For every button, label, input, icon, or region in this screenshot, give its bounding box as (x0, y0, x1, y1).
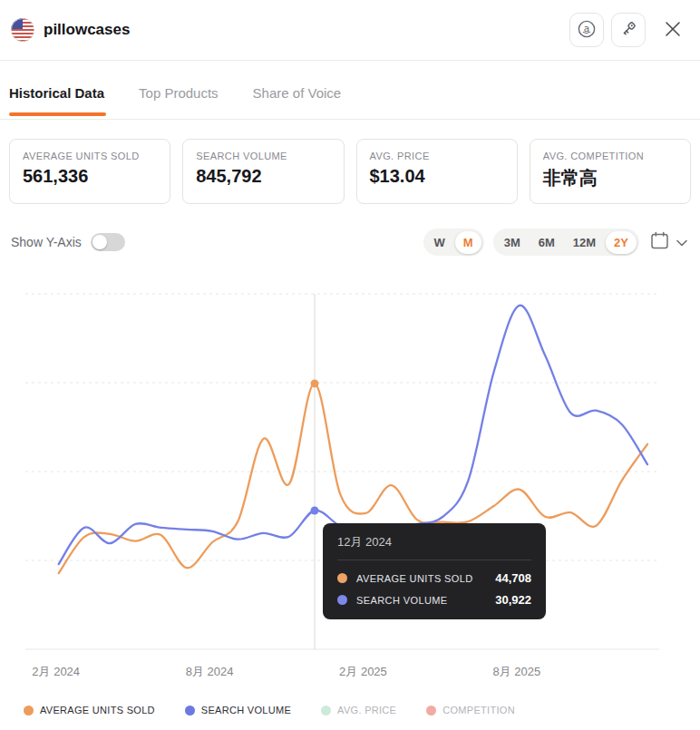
stat-value: 561,336 (23, 166, 157, 187)
close-button[interactable] (660, 17, 685, 43)
legend-average-units-sold[interactable]: AVERAGE UNITS SOLD (24, 705, 155, 715)
us-flag-icon (11, 18, 34, 42)
tooltip-row-search-volume: SEARCH VOLUME 30,922 (337, 593, 531, 607)
active-tab-underline (9, 112, 106, 116)
range-group-span: 3M 6M 12M 2Y (493, 229, 639, 256)
close-icon (663, 19, 683, 42)
tooltip-month: 12月 2024 (337, 534, 531, 550)
range-group-week-month: W M (423, 229, 484, 256)
legend-dot-orange (24, 706, 34, 715)
legend-dot-blue (185, 706, 195, 715)
tab-bar: Historical Data Top Products Share of Vo… (0, 80, 700, 120)
show-y-axis-label: Show Y-Axis (11, 235, 82, 249)
chevron-down-icon (676, 234, 687, 250)
tooltip-divider (337, 560, 531, 560)
legend-avg-price[interactable]: AVG. PRICE (321, 705, 396, 715)
modal-header: pillowcases a (0, 0, 700, 61)
stat-value: 845,792 (196, 166, 330, 187)
stat-value: $13.04 (370, 166, 504, 187)
chart-tooltip: 12月 2024 AVERAGE UNITS SOLD 44,708 SEARC… (323, 523, 546, 619)
tooltip-row-average-units-sold: AVERAGE UNITS SOLD 44,708 (337, 571, 531, 585)
tab-historical-data[interactable]: Historical Data (9, 85, 104, 115)
tab-share-of-voice[interactable]: Share of Voice (253, 85, 342, 115)
range-3m-button[interactable]: 3M (496, 233, 529, 252)
show-y-axis-toggle[interactable] (91, 233, 125, 251)
amazon-search-button[interactable]: a (569, 13, 604, 47)
range-w-button[interactable]: W (426, 233, 453, 252)
stat-card-search-volume: SEARCH VOLUME 845,792 (182, 139, 344, 204)
legend-dot-mint (321, 706, 331, 715)
orange-series-dot (337, 573, 347, 583)
range-12m-button[interactable]: 12M (565, 233, 604, 252)
stat-label: SEARCH VOLUME (196, 151, 330, 161)
stat-card-average-units-sold: AVERAGE UNITS SOLD 561,336 (9, 139, 170, 204)
stat-cards: AVERAGE UNITS SOLD 561,336 SEARCH VOLUME… (0, 139, 700, 204)
svg-text:2月 2025: 2月 2025 (339, 665, 387, 678)
svg-text:8月 2024: 8月 2024 (186, 665, 234, 678)
stat-value: 非常高 (543, 166, 677, 190)
toggle-knob (92, 235, 107, 249)
keyword-tool-button[interactable] (611, 13, 646, 47)
historical-data-chart[interactable]: 2月 20248月 20242月 20258月 2025 (0, 272, 700, 694)
custom-date-range[interactable] (650, 231, 687, 254)
range-m-button[interactable]: M (455, 231, 481, 254)
chart-controls: Show Y-Axis W M 3M 6M 12M 2Y (0, 227, 700, 258)
key-icon (618, 19, 638, 42)
stat-label: AVG. COMPETITION (543, 151, 677, 161)
blue-series-dot (337, 595, 347, 605)
range-2y-button[interactable]: 2Y (606, 231, 637, 254)
legend-search-volume[interactable]: SEARCH VOLUME (185, 705, 291, 715)
stat-label: AVERAGE UNITS SOLD (23, 151, 157, 161)
svg-text:2月 2024: 2月 2024 (32, 665, 80, 678)
legend-dot-salmon (426, 706, 436, 715)
calendar-icon (650, 231, 669, 254)
tab-top-products[interactable]: Top Products (139, 85, 219, 115)
svg-text:a: a (584, 23, 589, 34)
chart-legend: AVERAGE UNITS SOLD SEARCH VOLUME AVG. PR… (0, 705, 700, 715)
legend-competition[interactable]: COMPETITION (426, 705, 515, 715)
stat-card-avg-price: AVG. PRICE $13.04 (356, 139, 518, 204)
svg-text:8月 2025: 8月 2025 (492, 665, 540, 678)
stat-label: AVG. PRICE (370, 151, 504, 161)
amazon-a-icon: a (577, 19, 597, 42)
range-6m-button[interactable]: 6M (530, 233, 563, 252)
stat-card-avg-competition: AVG. COMPETITION 非常高 (530, 139, 691, 204)
keyword-title: pillowcases (44, 21, 130, 39)
